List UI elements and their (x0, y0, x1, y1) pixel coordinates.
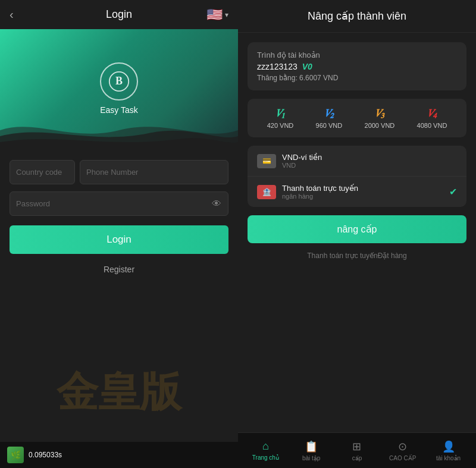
account-icon: 👤 (442, 440, 455, 453)
language-selector[interactable]: 🇺🇸 ▾ (206, 7, 228, 23)
tier-v3[interactable]: 𝑉₃ 2000 VND (365, 107, 395, 129)
flag-icon: 🇺🇸 (206, 7, 223, 23)
tier-v2-price: 960 VND (316, 122, 343, 129)
nav-item-cao-cap[interactable]: ⊙ CAO CẤP (380, 440, 425, 461)
nav-home-label: Trang chủ (252, 454, 279, 461)
nav-item-home[interactable]: ⌂ Trang chủ (243, 440, 289, 461)
app-name: Easy Task (100, 105, 138, 115)
account-balance: Thăng bằng: 6.6007 VND (257, 74, 457, 82)
bank-payment-option[interactable]: 🏦 Thanh toán trực tuyến ngân hàng ✔ (248, 177, 466, 207)
nav-tasks-label: bài tập (302, 455, 320, 461)
bank-text: Thanh toán trực tuyến ngân hàng (282, 184, 449, 200)
back-button[interactable]: ‹ (10, 8, 14, 21)
left-header: ‹ Login 🇺🇸 ▾ (0, 0, 238, 29)
tier-v2[interactable]: 𝑉₂ 960 VND (316, 107, 343, 129)
form-area: 👁 Login Register (0, 148, 238, 468)
wallet-icon: 💳 (257, 154, 276, 168)
show-password-icon[interactable]: 👁 (212, 199, 221, 209)
payment-options-card: 💳 VND-ví tiền VND 🏦 Thanh toán trực tuyế… (248, 146, 466, 207)
cao-cap-icon: ⊙ (398, 440, 407, 453)
nav-cao-cap-label: CAO CẤP (389, 455, 416, 461)
login-button[interactable]: Login (10, 225, 228, 254)
tier-v3-price: 2000 VND (365, 122, 395, 129)
ticker-value: 0.095033s (29, 451, 62, 459)
right-title: Nâng cấp thành viên (308, 10, 406, 22)
tier-v1-icon: 𝑉₁ (275, 107, 285, 120)
bank-sub: ngân hàng (282, 193, 449, 200)
upgrade-button[interactable]: nâng cấp (248, 215, 466, 243)
phone-row (10, 160, 228, 184)
wave-decoration (0, 112, 238, 148)
wallet-name: VND-ví tiền (282, 153, 457, 162)
level-badge: V0 (302, 62, 312, 71)
tasks-icon: 📋 (305, 440, 318, 453)
tier-v3-icon: 𝑉₃ (374, 107, 384, 120)
svg-text:B: B (115, 75, 123, 87)
left-panel: ‹ Login 🇺🇸 ▾ B Easy Task � (0, 0, 238, 468)
wallet-text: VND-ví tiền VND (282, 153, 457, 169)
account-level-label: Trình độ tài khoản (257, 51, 457, 59)
wallet-payment-option[interactable]: 💳 VND-ví tiền VND (248, 146, 466, 177)
password-wrapper: 👁 (10, 191, 228, 216)
bank-icon: 🏦 (257, 185, 276, 199)
password-input[interactable] (10, 191, 228, 216)
home-icon: ⌂ (262, 440, 269, 453)
nav-account-label: tài khoản (436, 455, 461, 461)
upgrade-note: Thanh toán trực tuyếnĐặt hàng (248, 252, 466, 260)
nav-item-cap[interactable]: ⊞ cấp (334, 440, 380, 461)
ticker-icon: 🌿 (7, 447, 24, 463)
tier-v1[interactable]: 𝑉₁ 420 VND (267, 107, 294, 129)
right-panel: Nâng cấp thành viên Trình độ tài khoản z… (238, 0, 476, 468)
bottom-nav: ⌂ Trang chủ 📋 bài tập ⊞ cấp ⊙ CAO CẤP 👤 … (238, 432, 476, 468)
chevron-down-icon: ▾ (225, 11, 228, 19)
account-username: zzz123123 (257, 62, 298, 71)
nav-item-tasks[interactable]: 📋 bài tập (289, 440, 334, 461)
right-content: Trình độ tài khoản zzz123123 V0 Thăng bằ… (238, 33, 476, 432)
hero-area: B Easy Task (0, 29, 238, 148)
nav-cap-label: cấp (352, 455, 362, 461)
nav-item-account[interactable]: 👤 tài khoản (425, 440, 471, 461)
register-link[interactable]: Register (10, 261, 228, 278)
logo-circle: B (100, 62, 138, 100)
level-tiers: 𝑉₁ 420 VND 𝑉₂ 960 VND 𝑉₃ 2000 VND 𝑉₄ 408… (248, 99, 466, 137)
bank-selected-check-icon: ✔ (449, 186, 457, 197)
bank-name: Thanh toán trực tuyến (282, 184, 449, 193)
tier-v4[interactable]: 𝑉₄ 4080 VND (417, 107, 447, 129)
tier-v4-price: 4080 VND (417, 122, 447, 129)
phone-number-input[interactable] (80, 160, 228, 184)
tier-v2-icon: 𝑉₂ (324, 107, 334, 120)
bottom-ticker: 🌿 0.095033s (0, 442, 238, 468)
wallet-sub: VND (282, 162, 457, 169)
account-info-row: zzz123123 V0 (257, 62, 457, 71)
left-title: Login (106, 8, 132, 21)
cap-icon: ⊞ (352, 440, 361, 453)
tier-v4-icon: 𝑉₄ (427, 107, 437, 120)
account-card: Trình độ tài khoản zzz123123 V0 Thăng bằ… (248, 42, 466, 90)
country-code-input[interactable] (10, 160, 75, 184)
tier-v1-price: 420 VND (267, 122, 294, 129)
right-header: Nâng cấp thành viên (238, 0, 476, 33)
app-logo-icon: B (108, 71, 130, 92)
